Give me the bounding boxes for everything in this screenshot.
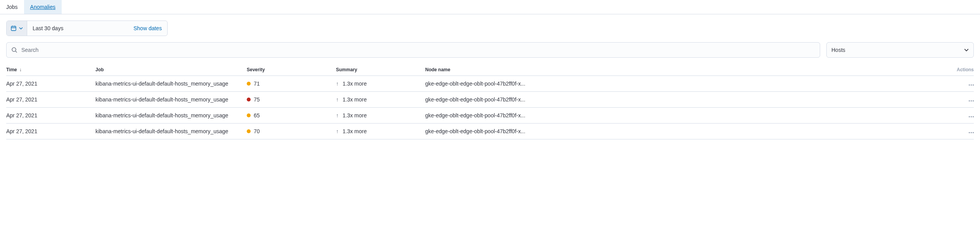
cell-node: gke-edge-oblt-edge-oblt-pool-47b2ff0f-x.… xyxy=(425,128,951,134)
severity-value: 65 xyxy=(254,112,260,118)
severity-dot-icon xyxy=(247,129,251,133)
cell-summary: ↑ 1.3x more xyxy=(336,112,425,118)
row-actions-button[interactable] xyxy=(951,100,974,101)
cell-actions xyxy=(951,96,974,103)
sort-descending-icon: ↓ xyxy=(19,67,22,72)
cell-severity: 71 xyxy=(247,81,336,87)
cell-summary: ↑ 1.3x more xyxy=(336,81,425,87)
severity-dot-icon xyxy=(247,82,251,86)
tab-jobs[interactable]: Jobs xyxy=(0,0,24,14)
col-header-time-label: Time xyxy=(6,67,17,72)
cell-summary: ↑ 1.3x more xyxy=(336,128,425,134)
table-row: Apr 27, 2021 kibana-metrics-ui-default-d… xyxy=(6,124,974,139)
cell-node: gke-edge-oblt-edge-oblt-pool-47b2ff0f-x.… xyxy=(425,96,951,103)
show-dates-link[interactable]: Show dates xyxy=(128,21,167,36)
col-header-summary[interactable]: Summary xyxy=(336,67,425,72)
severity-dot-icon xyxy=(247,98,251,101)
cell-node: gke-edge-oblt-edge-oblt-pool-47b2ff0f-x.… xyxy=(425,112,951,118)
search-box[interactable] xyxy=(6,42,820,58)
tabs: Jobs Anomalies xyxy=(0,0,980,14)
tab-anomalies[interactable]: Anomalies xyxy=(24,0,62,14)
table-row: Apr 27, 2021 kibana-metrics-ui-default-d… xyxy=(6,92,974,108)
row-actions-button[interactable] xyxy=(951,132,974,133)
cell-severity: 70 xyxy=(247,128,336,134)
cell-time: Apr 27, 2021 xyxy=(6,128,95,134)
date-range-label[interactable]: Last 30 days xyxy=(27,21,128,36)
svg-line-5 xyxy=(16,51,17,53)
chevron-down-icon xyxy=(964,48,969,52)
col-header-node[interactable]: Node name xyxy=(425,67,951,72)
cell-actions xyxy=(951,112,974,118)
cell-severity: 75 xyxy=(247,96,336,103)
hosts-select[interactable]: Hosts xyxy=(826,42,974,58)
svg-point-4 xyxy=(12,48,16,52)
arrow-up-icon: ↑ xyxy=(336,112,339,118)
cell-time: Apr 27, 2021 xyxy=(6,81,95,87)
severity-value: 70 xyxy=(254,128,260,134)
filter-row: Hosts xyxy=(6,42,974,58)
severity-value: 75 xyxy=(254,96,260,103)
table-row: Apr 27, 2021 kibana-metrics-ui-default-d… xyxy=(6,76,974,92)
date-picker: Last 30 days Show dates xyxy=(6,21,168,36)
svg-rect-0 xyxy=(11,26,16,31)
summary-value: 1.3x more xyxy=(343,112,367,118)
search-input[interactable] xyxy=(21,47,815,53)
row-actions-button[interactable] xyxy=(951,84,974,86)
cell-job: kibana-metrics-ui-default-default-hosts_… xyxy=(95,81,247,87)
row-actions-button[interactable] xyxy=(951,116,974,117)
table-header: Time ↓ Job Severity Summary Node name Ac… xyxy=(6,64,974,76)
severity-dot-icon xyxy=(247,113,251,117)
calendar-icon xyxy=(10,25,17,31)
summary-value: 1.3x more xyxy=(343,81,367,87)
arrow-up-icon: ↑ xyxy=(336,81,339,87)
summary-value: 1.3x more xyxy=(343,96,367,103)
date-picker-toggle[interactable] xyxy=(7,21,27,36)
cell-job: kibana-metrics-ui-default-default-hosts_… xyxy=(95,112,247,118)
anomalies-table: Time ↓ Job Severity Summary Node name Ac… xyxy=(0,64,980,146)
cell-actions xyxy=(951,81,974,87)
col-header-actions: Actions xyxy=(951,67,974,72)
table-row: Apr 27, 2021 kibana-metrics-ui-default-d… xyxy=(6,108,974,124)
summary-value: 1.3x more xyxy=(343,128,367,134)
severity-value: 71 xyxy=(254,81,260,87)
chevron-down-icon xyxy=(19,26,23,30)
col-header-job[interactable]: Job xyxy=(95,67,247,72)
arrow-up-icon: ↑ xyxy=(336,128,339,134)
col-header-time[interactable]: Time ↓ xyxy=(6,67,95,72)
cell-node: gke-edge-oblt-edge-oblt-pool-47b2ff0f-x.… xyxy=(425,81,951,87)
controls: Last 30 days Show dates Hosts xyxy=(0,14,980,64)
hosts-select-label: Hosts xyxy=(831,47,845,53)
cell-severity: 65 xyxy=(247,112,336,118)
cell-summary: ↑ 1.3x more xyxy=(336,96,425,103)
cell-job: kibana-metrics-ui-default-default-hosts_… xyxy=(95,96,247,103)
cell-time: Apr 27, 2021 xyxy=(6,112,95,118)
search-icon xyxy=(11,47,17,53)
cell-time: Apr 27, 2021 xyxy=(6,96,95,103)
cell-job: kibana-metrics-ui-default-default-hosts_… xyxy=(95,128,247,134)
cell-actions xyxy=(951,128,974,134)
arrow-up-icon: ↑ xyxy=(336,96,339,103)
col-header-severity[interactable]: Severity xyxy=(247,67,336,72)
